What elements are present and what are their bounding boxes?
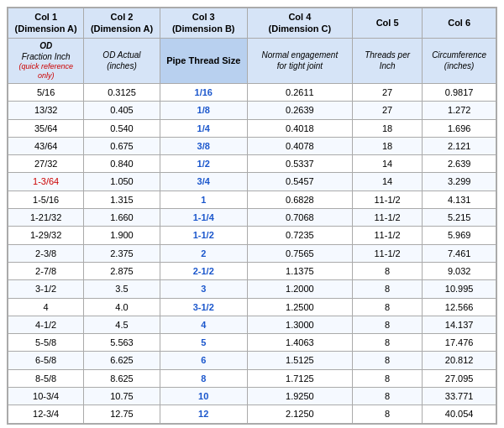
table-row: 27/32 0.840 1/2 0.5337 14 2.639 — [8, 155, 496, 173]
cell-col4: 0.7235 — [247, 227, 352, 244]
cell-col4: 1.9250 — [247, 388, 352, 405]
col2-subheader: OD Actual (inches) — [84, 38, 160, 83]
cell-col1: 2-7/8 — [8, 262, 84, 279]
cell-col3: 4 — [160, 316, 247, 333]
cell-col6: 1.696 — [423, 119, 496, 137]
cell-col6: 5.969 — [423, 227, 496, 244]
cell-col3: 1 — [160, 191, 247, 208]
cell-col1: 13/32 — [8, 102, 84, 119]
cell-col1: 6-5/8 — [8, 352, 84, 369]
cell-col4: 0.4078 — [247, 137, 352, 154]
cell-col1: 1-3/64 — [8, 173, 84, 191]
cell-col3: 1/8 — [160, 102, 247, 119]
col3-header: Col 3 (Dimension B) — [160, 8, 247, 39]
cell-col4: 0.7068 — [247, 209, 352, 227]
cell-col1: 10-3/4 — [8, 388, 84, 405]
cell-col5: 27 — [352, 102, 422, 119]
cell-col4: 0.5457 — [247, 173, 352, 191]
cell-col2: 2.375 — [84, 244, 160, 262]
cell-col5: 8 — [352, 298, 422, 316]
table-row: 2-7/8 2.875 2-1/2 1.1375 8 9.032 — [8, 262, 496, 279]
col6-subheader: Circumference (inches) — [423, 38, 496, 83]
table-row: 43/64 0.675 3/8 0.4078 18 2.121 — [8, 137, 496, 154]
cell-col6: 33.771 — [423, 388, 496, 405]
cell-col5: 27 — [352, 83, 422, 101]
cell-col5: 8 — [352, 316, 422, 333]
cell-col3: 2 — [160, 244, 247, 262]
cell-col6: 1.272 — [423, 102, 496, 119]
cell-col4: 1.1375 — [247, 262, 352, 279]
cell-col5: 8 — [352, 405, 422, 423]
cell-col5: 18 — [352, 137, 422, 154]
table-row: 5/16 0.3125 1/16 0.2611 27 0.9817 — [8, 83, 496, 101]
cell-col3: 1/2 — [160, 155, 247, 173]
col4-header: Col 4 (Dimension C) — [247, 8, 352, 39]
cell-col2: 0.840 — [84, 155, 160, 173]
table-row: 1-5/16 1.315 1 0.6828 11-1/2 4.131 — [8, 191, 496, 208]
table-row: 3-1/2 3.5 3 1.2000 8 10.995 — [8, 280, 496, 298]
cell-col3: 2-1/2 — [160, 262, 247, 279]
cell-col6: 4.131 — [423, 191, 496, 208]
cell-col2: 3.5 — [84, 280, 160, 298]
col4-subheader: Normal engagement for tight joint — [247, 38, 352, 83]
cell-col4: 0.2611 — [247, 83, 352, 101]
cell-col1: 5/16 — [8, 83, 84, 101]
cell-col3: 1/4 — [160, 119, 247, 137]
cell-col5: 8 — [352, 334, 422, 352]
cell-col3: 5 — [160, 334, 247, 352]
cell-col6: 2.639 — [423, 155, 496, 173]
cell-col5: 14 — [352, 155, 422, 173]
cell-col2: 2.875 — [84, 262, 160, 279]
cell-col2: 4.0 — [84, 298, 160, 316]
cell-col5: 11-1/2 — [352, 191, 422, 208]
col5-header: Col 5 — [352, 8, 422, 39]
cell-col5: 11-1/2 — [352, 209, 422, 227]
cell-col1: 12-3/4 — [8, 405, 84, 423]
cell-col3: 1-1/2 — [160, 227, 247, 244]
cell-col4: 2.1250 — [247, 405, 352, 423]
col6-header: Col 6 — [423, 8, 496, 39]
cell-col4: 1.7125 — [247, 369, 352, 387]
header-row: Col 1 (Dimension A) Col 2 (Dimension A) … — [8, 8, 496, 39]
cell-col3: 1-1/4 — [160, 209, 247, 227]
cell-col1: 35/64 — [8, 119, 84, 137]
cell-col4: 1.2000 — [247, 280, 352, 298]
cell-col3: 3 — [160, 280, 247, 298]
pipe-thread-table: Col 1 (Dimension A) Col 2 (Dimension A) … — [8, 8, 496, 424]
col5-subheader: Threads per Inch — [352, 38, 422, 83]
cell-col1: 1-29/32 — [8, 227, 84, 244]
cell-col6: 9.032 — [423, 262, 496, 279]
cell-col4: 1.2500 — [247, 298, 352, 316]
cell-col1: 4 — [8, 298, 84, 316]
cell-col1: 1-21/32 — [8, 209, 84, 227]
col3-subheader: Pipe Thread Size — [160, 38, 247, 83]
cell-col6: 2.121 — [423, 137, 496, 154]
table-body: 5/16 0.3125 1/16 0.2611 27 0.9817 13/32 … — [8, 83, 496, 423]
cell-col2: 0.675 — [84, 137, 160, 154]
table-row: 35/64 0.540 1/4 0.4018 18 1.696 — [8, 119, 496, 137]
cell-col2: 1.900 — [84, 227, 160, 244]
col2-header: Col 2 (Dimension A) — [84, 8, 160, 39]
cell-col6: 0.9817 — [423, 83, 496, 101]
cell-col2: 10.75 — [84, 388, 160, 405]
cell-col2: 0.3125 — [84, 83, 160, 101]
cell-col2: 1.050 — [84, 173, 160, 191]
cell-col2: 4.5 — [84, 316, 160, 333]
cell-col3: 3-1/2 — [160, 298, 247, 316]
cell-col2: 12.75 — [84, 405, 160, 423]
table-row: 12-3/4 12.75 12 2.1250 8 40.054 — [8, 405, 496, 423]
cell-col5: 18 — [352, 119, 422, 137]
cell-col2: 1.315 — [84, 191, 160, 208]
cell-col4: 0.2639 — [247, 102, 352, 119]
cell-col3: 3/8 — [160, 137, 247, 154]
cell-col5: 8 — [352, 388, 422, 405]
cell-col5: 8 — [352, 369, 422, 387]
cell-col4: 0.5337 — [247, 155, 352, 173]
cell-col5: 8 — [352, 352, 422, 369]
cell-col5: 11-1/2 — [352, 227, 422, 244]
cell-col3: 1/16 — [160, 83, 247, 101]
cell-col3: 8 — [160, 369, 247, 387]
table-row: 1-29/32 1.900 1-1/2 0.7235 11-1/2 5.969 — [8, 227, 496, 244]
cell-col1: 2-3/8 — [8, 244, 84, 262]
cell-col6: 7.461 — [423, 244, 496, 262]
